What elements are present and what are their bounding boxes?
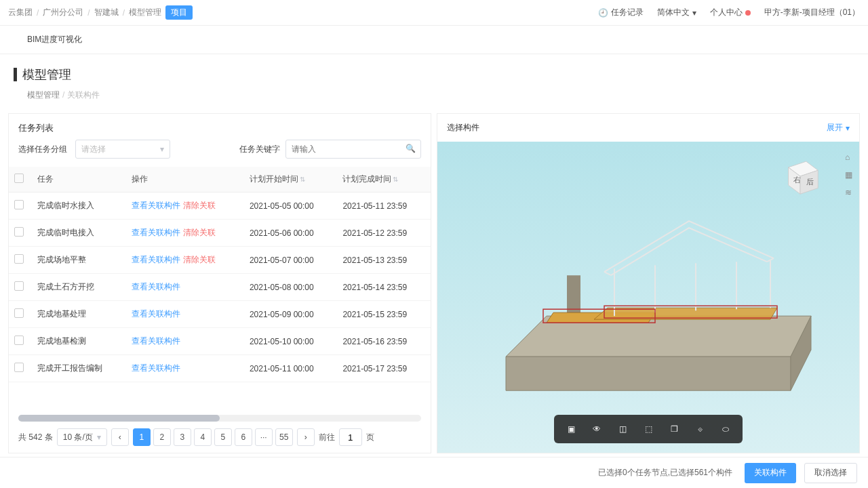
start-cell: 2021-05-05 00:00 <box>244 192 338 220</box>
user-center[interactable]: 个人中心 <box>710 7 751 18</box>
view-link[interactable]: 查看关联构件 <box>132 363 180 373</box>
select-tool-icon[interactable]: ▣ <box>561 419 581 439</box>
start-cell: 2021-05-08 00:00 <box>244 274 338 301</box>
total-count: 共 542 条 <box>18 432 53 443</box>
topbar-right: 🕘任务记录 简体中文▾ 个人中心 甲方-李新-项目经理（01） <box>598 7 860 18</box>
search-icon[interactable]: 🔍 <box>406 144 416 153</box>
chevron-down-icon: ▾ <box>160 144 164 154</box>
keyword-input[interactable] <box>285 140 421 159</box>
end-cell: 2021-05-17 23:59 <box>337 355 431 382</box>
end-cell: 2021-05-15 23:59 <box>337 301 431 328</box>
sort-icon[interactable]: ⇅ <box>393 176 398 183</box>
cube-tool-icon[interactable]: ⬚ <box>638 419 658 439</box>
checkbox-all[interactable] <box>14 174 24 183</box>
clear-link[interactable]: 清除关联 <box>183 201 216 210</box>
crumb[interactable]: 模型管理 <box>27 90 60 100</box>
cancel-selection-button[interactable]: 取消选择 <box>804 463 857 483</box>
end-cell: 2021-05-14 23:59 <box>337 274 431 301</box>
view-link[interactable]: 查看关联构件 <box>132 282 180 291</box>
associate-button[interactable]: 关联构件 <box>745 463 796 483</box>
checkbox[interactable] <box>14 308 24 318</box>
svg-marker-3 <box>567 275 580 316</box>
col-task[interactable]: 任务 <box>32 167 126 192</box>
crumb[interactable]: 云集团 <box>8 7 33 18</box>
building-model <box>479 180 818 424</box>
measure-tool-icon[interactable]: ⟐ <box>690 419 710 439</box>
svg-text:右: 右 <box>793 176 801 184</box>
page-button[interactable]: 55 <box>275 428 293 446</box>
next-page-button[interactable]: › <box>297 428 315 446</box>
box-tool-icon[interactable]: ❒ <box>664 419 684 439</box>
checkbox[interactable] <box>14 336 24 345</box>
crumb[interactable]: 模型管理 <box>129 7 161 18</box>
group-select[interactable]: 请选择 ▾ <box>75 140 170 159</box>
svg-line-11 <box>604 272 611 275</box>
page-button[interactable]: 1 <box>133 428 151 446</box>
end-cell: 2021-05-13 23:59 <box>337 247 431 274</box>
home-icon[interactable]: ⌂ <box>845 152 852 162</box>
col-op: 操作 <box>126 167 244 192</box>
breadcrumbs-secondary: 模型管理/关联构件 <box>14 89 854 101</box>
section-tool-icon[interactable]: ◫ <box>612 419 633 439</box>
chevron-down-icon: ▾ <box>97 432 101 442</box>
task-cell: 完成地基处理 <box>32 301 126 328</box>
page-button[interactable]: 5 <box>214 428 232 446</box>
crumb[interactable]: 智建城 <box>94 7 119 18</box>
expand-button[interactable]: 展开▾ <box>827 122 850 134</box>
settings-tool-icon[interactable]: ⬭ <box>715 419 736 439</box>
goto-label: 前往 <box>319 432 335 443</box>
table-row: 完成地基处理查看关联构件2021-05-09 00:002021-05-15 2… <box>9 301 431 328</box>
component-panel: 选择构件 展开▾ <box>437 113 860 453</box>
page-button[interactable]: 4 <box>194 428 212 446</box>
view-cube[interactable]: 右 后 <box>776 152 824 200</box>
sub-nav-item[interactable]: BIM进度可视化 <box>27 34 82 45</box>
view-link[interactable]: 查看关联构件 <box>132 336 180 346</box>
keyword-label: 任务关键字 <box>239 144 280 155</box>
checkbox[interactable] <box>14 363 24 372</box>
view-link[interactable]: 查看关联构件 <box>132 201 180 210</box>
chevron-down-icon: ▾ <box>692 8 696 18</box>
col-start[interactable]: 计划开始时间⇅ <box>244 167 338 192</box>
pagination: 共 542 条 10 条/页▾ ‹ 123456···55 › 前往 页 <box>9 422 431 453</box>
view-link[interactable]: 查看关联构件 <box>132 228 180 237</box>
checkbox[interactable] <box>14 254 24 264</box>
viewer-toolbar: ▣ 👁 ◫ ⬚ ❒ ⟐ ⬭ <box>554 415 743 443</box>
svg-text:后: 后 <box>806 178 814 186</box>
goto-input[interactable] <box>339 428 362 446</box>
task-list-panel: 任务列表 选择任务分组 请选择 ▾ 任务关键字 🔍 任务 操作 <box>8 113 431 453</box>
checkbox[interactable] <box>14 200 24 209</box>
hide-tool-icon[interactable]: 👁 <box>587 419 607 439</box>
end-cell: 2021-05-16 23:59 <box>337 328 431 355</box>
panel-title: 任务列表 <box>9 114 431 140</box>
task-table-wrap: 任务 操作 计划开始时间⇅ 计划完成时间⇅ 完成临时水接入查看关联构件清除关联2… <box>9 167 431 415</box>
page-button[interactable]: 2 <box>153 428 171 446</box>
viewer-side-tools: ⌂ ▦ ≋ <box>845 152 852 197</box>
task-log-link[interactable]: 🕘任务记录 <box>598 7 644 18</box>
page-button[interactable]: 6 <box>235 428 252 446</box>
col-end[interactable]: 计划完成时间⇅ <box>337 167 431 192</box>
user-name[interactable]: 甲方-李新-项目经理（01） <box>764 7 860 18</box>
page-button[interactable]: 3 <box>174 428 191 446</box>
table-row: 完成场地平整查看关联构件清除关联2021-05-07 00:002021-05-… <box>9 247 431 274</box>
page-size-select[interactable]: 10 条/页▾ <box>57 428 107 446</box>
task-cell: 完成土石方开挖 <box>32 274 126 301</box>
page-button[interactable]: ··· <box>255 428 273 446</box>
task-cell: 完成临时电接入 <box>32 220 126 247</box>
clear-link[interactable]: 清除关联 <box>183 228 216 237</box>
clock-icon: 🕘 <box>598 8 608 18</box>
layers-icon[interactable]: ≋ <box>845 188 852 197</box>
view-link[interactable]: 查看关联构件 <box>132 309 180 319</box>
checkbox[interactable] <box>14 281 24 291</box>
clear-link[interactable]: 清除关联 <box>183 255 216 264</box>
3d-viewer[interactable]: 右 后 ⌂ ▦ ≋ ▣ 👁 ◫ ⬚ ❒ ⟐ ⬭ <box>437 142 859 453</box>
lang-select[interactable]: 简体中文▾ <box>657 7 696 18</box>
horizontal-scrollbar[interactable] <box>18 415 421 422</box>
view-link[interactable]: 查看关联构件 <box>132 255 180 264</box>
crumb[interactable]: 广州分公司 <box>43 7 83 18</box>
page-suffix: 页 <box>366 432 374 443</box>
prev-page-button[interactable]: ‹ <box>111 428 129 446</box>
sort-icon[interactable]: ⇅ <box>300 176 305 183</box>
title-bar-icon <box>14 68 17 81</box>
checkbox[interactable] <box>14 227 24 237</box>
grid-icon[interactable]: ▦ <box>845 170 852 180</box>
